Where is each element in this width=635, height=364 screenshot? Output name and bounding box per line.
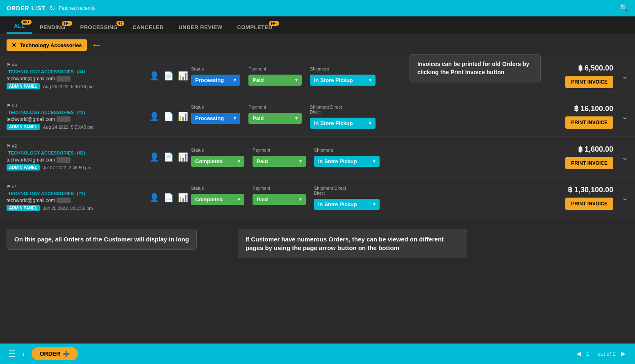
payment-field-3: Payment Paid Unpaid [248, 105, 302, 124]
payment-field-2: Payment Paid Unpaid [253, 148, 306, 167]
expand-icon-1[interactable]: ⌄ [617, 193, 628, 202]
order-row: ⚑ #3 TECHNOLOGY ACCESSORIES (#3) techwor… [0, 96, 635, 137]
tabs-bar: ALL 99+ PENDING 99+ PROCESSING 43 CANCEL… [0, 16, 635, 34]
amount-value-3: ฿ 16,100.00 [552, 104, 613, 113]
document-icon-1[interactable]: 📄 [164, 193, 174, 202]
document-icon-4[interactable]: 📄 [164, 71, 174, 81]
fetched-text: Fetched recently [59, 5, 96, 11]
payment-select-wrapper-1: Paid Unpaid [253, 194, 306, 205]
search-icon[interactable]: 🔍 [619, 4, 628, 13]
order-badge-row-4: ADMIN PANEL Aug 26 2022, 5:46:16 pm [7, 83, 146, 89]
tab-all[interactable]: ALL 99+ [7, 20, 32, 34]
shipment-field-2: Shipment In Store Pickup Direct [314, 148, 380, 167]
payment-select-1[interactable]: Paid Unpaid [253, 194, 306, 205]
amount-value-4: ฿ 6,500.00 [552, 64, 613, 73]
status-select-wrapper-1: Completed Processing [191, 194, 244, 205]
invoice-tooltip: Invoices can be printed for old Orders b… [410, 54, 541, 82]
chart-icon-1[interactable]: 📊 [178, 193, 188, 202]
expand-icon-4[interactable]: ⌄ [617, 71, 628, 81]
tab-canceled-label: CANCELED [132, 24, 164, 30]
bottom-tooltips-area: On this page, all Orders of the Customer… [0, 222, 635, 265]
order-number-4: ⚑ #4 [7, 62, 146, 68]
order-amount-3: ฿ 16,100.00 PRINT INVOICE [552, 104, 617, 129]
close-icon[interactable]: ✕ [11, 42, 16, 48]
order-date-2: Jul 07 2022, 2:46:50 pm [43, 165, 91, 170]
user-icon-1[interactable]: 👤 [149, 193, 159, 202]
order-name-3: TECHNOLOGY ACCESSORIES (#3) [7, 109, 146, 115]
payment-select-3[interactable]: Paid Unpaid [248, 113, 302, 124]
shipment-select-3[interactable]: In Store Pickup Direct [310, 118, 376, 129]
order-info-2: ⚑ #2 TECHNOLOGY ACCESSORIES (#2) techwor… [7, 143, 146, 171]
chart-icon-4[interactable]: 📊 [178, 71, 188, 81]
tab-processing[interactable]: PROCESSING 43 [73, 21, 125, 34]
invoice-tooltip-text: Invoices can be printed for old Orders b… [417, 61, 529, 75]
status-field-3: Status Processing Completed [191, 105, 240, 124]
status-select-2[interactable]: Completed Processing [191, 156, 244, 167]
order-email-3: techworld@gmail.com [7, 116, 146, 122]
bottom-tooltip-right-text: If Customer have numerous Orders, they c… [246, 236, 444, 251]
order-fields-1: Status Completed Processing Payment Paid… [191, 186, 552, 210]
status-field-4: Status Processing Completed Canceled [191, 66, 240, 86]
admin-badge-1: ADMIN PANEL [7, 205, 40, 211]
back-icon[interactable]: ‹ [22, 349, 25, 359]
order-info-1: ⚑ #1 TECHNOLOGY ACCESSORIES (#1) techwor… [7, 184, 146, 211]
bottom-tooltip-left-text: On this page, all Orders of the Customer… [14, 236, 189, 243]
user-icon-2[interactable]: 👤 [149, 152, 159, 162]
order-amount-1: ฿ 1,30,100.00 PRINT INVOICE [552, 185, 617, 210]
order-fields-3: Status Processing Completed Payment Paid… [191, 105, 552, 129]
payment-select-4[interactable]: Paid Unpaid [248, 75, 302, 86]
bottom-bar: ☰ ‹ ORDER ➕ ◄ 1 out of 1 ► [0, 344, 635, 364]
expand-icon-2[interactable]: ⌄ [617, 152, 628, 162]
status-select-1[interactable]: Completed Processing [191, 194, 244, 205]
shipment-select-wrapper-1: In Store Pickup Direct [314, 199, 380, 210]
admin-badge-4: ADMIN PANEL [7, 83, 40, 89]
filter-tag-label: Technology Accessories [20, 42, 82, 48]
document-icon-3[interactable]: 📄 [164, 111, 174, 121]
print-invoice-button-2[interactable]: PRINT INVOICE [565, 157, 613, 169]
order-number-1: ⚑ #1 [7, 184, 146, 189]
page-next-icon[interactable]: ► [619, 350, 627, 358]
user-icon-3[interactable]: 👤 [149, 111, 159, 121]
refresh-icon[interactable]: ↻ [50, 5, 55, 12]
order-button[interactable]: ORDER ➕ [32, 347, 78, 360]
tab-pending-badge: 99+ [62, 21, 72, 26]
bottom-tooltip-right: If Customer have numerous Orders, they c… [238, 229, 467, 258]
top-bar: ORDER LIST ↻ Fetched recently 🔍 [0, 0, 635, 16]
status-label-2: Status [191, 148, 244, 152]
tab-completed[interactable]: COMPLETED 99+ [230, 21, 280, 34]
page-prev-icon[interactable]: ◄ [575, 350, 583, 358]
status-select-3[interactable]: Processing Completed [191, 113, 240, 124]
tab-canceled[interactable]: CANCELED [125, 21, 171, 34]
page-title: ORDER LIST [7, 5, 46, 11]
chart-icon-2[interactable]: 📊 [178, 152, 188, 162]
payment-label-1: Payment [253, 186, 306, 191]
tab-completed-badge: 99+ [269, 21, 279, 26]
status-select-4[interactable]: Processing Completed Canceled [191, 75, 240, 86]
user-icon-4[interactable]: 👤 [149, 71, 159, 81]
print-invoice-button-1[interactable]: PRINT INVOICE [565, 198, 613, 210]
filter-tag[interactable]: ✕ Technology Accessories [7, 39, 87, 51]
shipment-select-2[interactable]: In Store Pickup Direct [314, 156, 380, 167]
order-badge-row-1: ADMIN PANEL Jun 20 2022, 8:51:55 pm [7, 205, 146, 211]
payment-select-wrapper-2: Paid Unpaid [253, 156, 306, 167]
hamburger-icon[interactable]: ☰ [8, 349, 16, 359]
print-invoice-button-3[interactable]: PRINT INVOICE [565, 116, 613, 129]
shipment-select-4[interactable]: In Store Pickup Direct [310, 75, 376, 86]
payment-select-2[interactable]: Paid Unpaid [253, 156, 306, 167]
order-row: ⚑ #2 TECHNOLOGY ACCESSORIES (#2) techwor… [0, 137, 635, 177]
order-row: ⚑ #1 TECHNOLOGY ACCESSORIES (#1) techwor… [0, 177, 635, 218]
order-email-1: techworld@gmail.com [7, 198, 146, 203]
document-icon-2[interactable]: 📄 [164, 152, 174, 162]
order-name-1: TECHNOLOGY ACCESSORIES (#1) [7, 190, 146, 196]
print-invoice-button-4[interactable]: PRINT INVOICE [565, 76, 613, 88]
status-label-3: Status [191, 105, 240, 109]
expand-icon-3[interactable]: ⌄ [617, 111, 628, 121]
shipment-select-1[interactable]: In Store Pickup Direct [314, 199, 380, 210]
tab-processing-badge: 43 [116, 21, 124, 26]
tab-under-review[interactable]: UNDER REVIEW [171, 21, 230, 34]
order-actions-3: 👤 📄 📊 [146, 111, 191, 121]
chart-icon-3[interactable]: 📊 [178, 111, 188, 121]
tab-pending[interactable]: PENDING 99+ [32, 21, 73, 34]
payment-field-1: Payment Paid Unpaid [253, 186, 306, 205]
arrow-right-icon: ← [91, 39, 102, 52]
